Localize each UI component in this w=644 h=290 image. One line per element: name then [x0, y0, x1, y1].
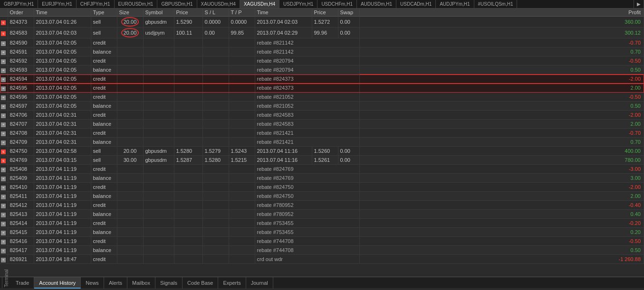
sell-icon: s: [1, 31, 6, 36]
bottom-tab-alerts[interactable]: Alerts: [104, 277, 127, 289]
col-tp[interactable]: T / P: [229, 9, 255, 17]
row-close-time: rebate #824583: [255, 120, 359, 129]
row-profit: -0.70: [359, 129, 644, 138]
col-price[interactable]: Price: [174, 9, 202, 17]
row-order: 824591: [8, 47, 34, 56]
row-price: 1.5280: [174, 147, 202, 156]
top-tab[interactable]: EURJPYm,H1: [38, 0, 76, 8]
col-size[interactable]: Size: [117, 9, 143, 17]
row-close-time: 2013.07.04 02:03: [255, 17, 312, 28]
table-row: +8245942013.07.04 02:05creditrebate #824…: [0, 75, 644, 84]
table-row: +8254152013.07.04 11:19balancerebate #75…: [0, 228, 644, 237]
row-icon-cell: +: [0, 111, 8, 120]
neutral-icon: +: [1, 213, 6, 217]
top-tab[interactable]: USDCADm,H1: [396, 0, 436, 8]
row-tp: 1.5215: [229, 156, 255, 165]
row-close-price: 99.96: [312, 28, 338, 38]
row-price: [174, 84, 202, 93]
neutral-icon: +: [1, 131, 6, 136]
col-time[interactable]: Time: [34, 9, 91, 17]
row-type: balance: [91, 138, 117, 147]
top-tab[interactable]: GBPJPYm,H1: [0, 0, 38, 8]
neutral-icon: +: [1, 140, 6, 145]
row-price: [174, 219, 202, 228]
row-time: 2013.07.04 02:03: [34, 28, 91, 38]
row-size: 20.00: [117, 147, 143, 156]
bottom-tab-mailbox[interactable]: Mailbox: [127, 277, 155, 289]
row-type: balance: [91, 192, 117, 201]
row-type: credit: [91, 75, 117, 84]
row-sl: [202, 38, 229, 47]
col-order[interactable]: Order: [8, 9, 34, 17]
bottom-tab-trade[interactable]: Trade: [11, 277, 34, 289]
row-order: 824708: [8, 129, 34, 138]
row-size: [117, 138, 143, 147]
col-profit[interactable]: Profit: [359, 9, 644, 17]
table-row: s8245832013.07.04 02:03sell20.00usdjpym1…: [0, 28, 644, 38]
neutral-icon: +: [1, 177, 6, 181]
row-symbol: [143, 84, 174, 93]
row-icon-cell: +: [0, 56, 8, 65]
row-close-time: 2013.07.04 02:29: [255, 28, 312, 38]
row-price: [174, 47, 202, 56]
row-time: 2013.07.04 02:31: [34, 111, 91, 120]
row-size: [117, 84, 143, 93]
row-close-time: rebate #821421: [255, 129, 359, 138]
bottom-tab-news[interactable]: News: [81, 277, 104, 289]
bottom-tab-signals[interactable]: Signals: [155, 277, 183, 289]
row-sl: [202, 102, 229, 111]
row-price: [174, 246, 202, 255]
row-order: 824583: [8, 28, 34, 38]
table-row: +8254162013.07.04 11:19creditrebate #744…: [0, 237, 644, 246]
col-symbol[interactable]: Symbol: [143, 9, 174, 17]
row-type: credit: [91, 93, 117, 102]
top-tab[interactable]: GBPUSDm,H1: [157, 0, 197, 8]
row-price: [174, 65, 202, 75]
table-row: +8245962013.07.04 02:05creditrebate #821…: [0, 93, 644, 102]
top-tab[interactable]: CHFJPYm,H1: [77, 0, 115, 8]
neutral-icon: +: [1, 95, 6, 100]
top-tab[interactable]: XAGUSDm,H4: [240, 0, 279, 8]
col-sl[interactable]: S / L: [202, 9, 229, 17]
bottom-tab-account-history[interactable]: Account History: [34, 277, 81, 289]
top-tab[interactable]: EUROUSDm,H1: [115, 0, 158, 8]
row-tp: [229, 138, 255, 147]
top-tab-scroll-arrow[interactable]: ▶: [634, 0, 644, 8]
row-order: 826921: [8, 255, 34, 264]
row-tp: [229, 237, 255, 246]
bottom-tab-code-base[interactable]: Code Base: [183, 277, 218, 289]
top-tab-bar: GBPJPYm,H1EURJPYm,H1CHFJPYm,H1EUROUSDm,H…: [0, 0, 644, 9]
table-row: +8254122013.07.04 11:19creditrebate #780…: [0, 201, 644, 210]
size-circle: 20.00: [121, 28, 139, 37]
row-close-time: rebate #821052: [255, 102, 359, 111]
table-row: s8247502013.07.04 02:58sell20.00gbpusdm1…: [0, 147, 644, 156]
row-icon-cell: +: [0, 102, 8, 111]
top-tab[interactable]: AUDJPYm,H1: [436, 0, 474, 8]
top-tab[interactable]: XAUOUSDm,H4: [197, 0, 240, 8]
row-icon-cell: +: [0, 75, 8, 84]
bottom-tab-journal[interactable]: Journal: [246, 277, 273, 289]
bottom-tab-experts[interactable]: Experts: [218, 277, 246, 289]
col-price2[interactable]: Price: [312, 9, 338, 17]
row-icon-cell: +: [0, 237, 8, 246]
top-tab[interactable]: AUDUSDm,H1: [357, 0, 396, 8]
top-tab[interactable]: USDJPYm,H1: [279, 0, 317, 8]
table-row: +8245932013.07.04 02:05balancerebate #82…: [0, 65, 644, 75]
top-tab[interactable]: USDCHFm,H1: [317, 0, 357, 8]
row-close-time: rebate #744708: [255, 237, 359, 246]
row-order: 825416: [8, 237, 34, 246]
top-tab[interactable]: #USOILQSm,H1: [474, 0, 518, 8]
row-order: 824590: [8, 38, 34, 47]
col-swap[interactable]: Swap: [338, 9, 359, 17]
row-symbol: [143, 201, 174, 210]
row-size: [117, 255, 143, 264]
row-time: 2013.07.04 11:19: [34, 228, 91, 237]
row-tp: [229, 75, 255, 84]
col-type[interactable]: Type: [91, 9, 117, 17]
col-time2[interactable]: Time: [255, 9, 312, 17]
row-sl: 0.0000: [202, 17, 229, 28]
table-row: +8247072013.07.04 02:31balancerebate #82…: [0, 120, 644, 129]
row-close-time: rebate #780952: [255, 201, 359, 210]
row-order: 824709: [8, 138, 34, 147]
row-price: [174, 111, 202, 120]
